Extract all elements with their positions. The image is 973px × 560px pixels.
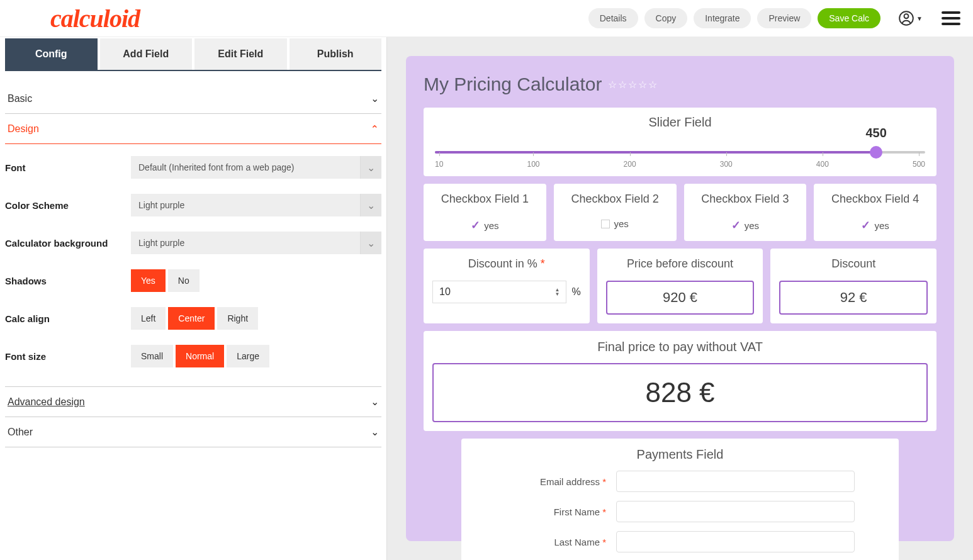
checkbox-card-2: Checkbox Field 2 yes: [554, 184, 677, 241]
color-scheme-select[interactable]: Light purple ⌄: [131, 194, 381, 216]
config-panel: Config Add Field Edit Field Publish Basi…: [0, 37, 386, 560]
accordion-basic-label: Basic: [8, 93, 32, 104]
chevron-up-icon: ⌄: [371, 123, 379, 135]
checkbox-card-4: Checkbox Field 4 ✓yes: [814, 184, 936, 241]
slider-tick: 100: [527, 160, 539, 169]
integrate-button[interactable]: Integrate: [694, 8, 751, 28]
checkbox-label: yes: [745, 220, 759, 231]
font-size-label: Font size: [5, 351, 131, 362]
star-icon: ☆: [618, 79, 627, 91]
menu-icon[interactable]: [942, 11, 960, 25]
shadows-yes-button[interactable]: Yes: [131, 269, 166, 292]
final-price-card: Final price to pay without VAT 828 €: [424, 331, 936, 431]
slider-tick: 200: [624, 160, 636, 169]
discount-label: Discount in % *: [432, 257, 581, 271]
app-header: calculoid Details Copy Integrate Preview…: [0, 0, 973, 36]
checkbox-label: yes: [614, 218, 628, 229]
color-scheme-value: Light purple: [131, 194, 360, 216]
header-buttons: Details Copy Integrate Preview Save Calc…: [588, 8, 960, 28]
font-label: Font: [5, 162, 131, 173]
accordion-design[interactable]: Design ⌄: [5, 114, 381, 144]
save-calc-button[interactable]: Save Calc: [818, 8, 880, 28]
chevron-down-icon: ⌄: [360, 156, 381, 179]
align-right-button[interactable]: Right: [217, 307, 258, 330]
checkbox-title: Checkbox Field 1: [429, 193, 541, 206]
tab-add-field[interactable]: Add Field: [100, 38, 193, 70]
align-left-button[interactable]: Left: [131, 307, 166, 330]
firstname-label: First Name *: [505, 507, 606, 517]
calc-bg-value: Light purple: [131, 232, 360, 254]
checkbox-1[interactable]: ✓yes: [429, 218, 541, 232]
discount-val-label: Discount: [779, 257, 928, 271]
checkbox-card-3: Checkbox Field 3 ✓yes: [684, 184, 807, 241]
fontsize-normal-button[interactable]: Normal: [176, 345, 224, 367]
checkbox-title: Checkbox Field 3: [689, 193, 802, 206]
star-icon: ☆: [638, 79, 647, 91]
brand-logo: calculoid: [50, 4, 140, 33]
details-button[interactable]: Details: [588, 8, 638, 28]
fontsize-large-button[interactable]: Large: [227, 345, 269, 367]
discount-unit: %: [571, 286, 580, 298]
checkbox-3[interactable]: ✓yes: [689, 218, 802, 232]
tab-publish[interactable]: Publish: [290, 38, 382, 70]
accordion-other[interactable]: Other ⌄: [5, 417, 381, 447]
chevron-down-icon: ⌄: [371, 426, 379, 438]
tab-edit-field[interactable]: Edit Field: [194, 38, 287, 70]
editor-tabs: Config Add Field Edit Field Publish: [5, 38, 381, 71]
price-before-value: 920 €: [606, 281, 755, 315]
discount-value: 10: [439, 286, 451, 298]
slider-card: Slider Field 450 10 100 200 300 400 500: [424, 108, 936, 176]
accordion-advanced[interactable]: Advanced design ⌄: [5, 387, 381, 417]
calc-bg-label: Calculator background: [5, 238, 131, 249]
final-value: 828 €: [432, 363, 928, 422]
checkbox-label: yes: [484, 220, 498, 231]
font-select[interactable]: Default (Inherited font from a web page)…: [131, 156, 381, 179]
payments-title: Payments Field: [505, 447, 855, 462]
align-center-button[interactable]: Center: [168, 307, 215, 330]
final-label: Final price to pay without VAT: [432, 340, 928, 354]
chevron-down-icon: ⌄: [360, 232, 381, 254]
spinner-buttons[interactable]: ▲▼: [555, 288, 560, 296]
discount-input[interactable]: 10 ▲▼: [432, 281, 566, 303]
slider-thumb[interactable]: [870, 146, 882, 159]
checkbox-label: yes: [874, 220, 889, 231]
check-icon: ✓: [731, 218, 741, 232]
shadows-no-button[interactable]: No: [168, 269, 200, 292]
slider-tick: 500: [913, 160, 925, 169]
chevron-down-icon: ⌄: [360, 194, 381, 216]
slider-value: 450: [865, 126, 886, 140]
slider-tick: 10: [435, 160, 443, 169]
tab-config[interactable]: Config: [5, 38, 98, 70]
rating-stars[interactable]: ☆☆☆☆☆: [608, 79, 657, 91]
fontsize-small-button[interactable]: Small: [131, 345, 173, 367]
accordion-advanced-label: Advanced design: [8, 396, 85, 408]
checkbox-empty-icon: [601, 220, 610, 228]
price-before-card: Price before discount 920 €: [597, 249, 763, 323]
preview-button[interactable]: Preview: [757, 8, 811, 28]
checkbox-4[interactable]: ✓yes: [819, 218, 931, 232]
caret-down-icon: ▼: [916, 15, 923, 22]
font-select-value: Default (Inherited font from a web page): [131, 156, 360, 179]
email-field[interactable]: [616, 471, 855, 492]
calc-align-label: Calc align: [5, 313, 131, 324]
slider-tick: 400: [816, 160, 829, 169]
calc-bg-select[interactable]: Light purple ⌄: [131, 232, 381, 254]
lastname-field[interactable]: [616, 531, 855, 552]
checkbox-title: Checkbox Field 2: [559, 193, 672, 206]
avatar-icon: [898, 10, 914, 26]
slider-control[interactable]: 450 10 100 200 300 400 500: [435, 145, 925, 169]
preview-pane: My Pricing Calculator ☆☆☆☆☆ Slider Field…: [386, 37, 973, 560]
accordion-other-label: Other: [8, 427, 33, 438]
firstname-field[interactable]: [616, 501, 855, 522]
copy-button[interactable]: Copy: [644, 8, 688, 28]
color-scheme-label: Color Scheme: [5, 200, 131, 211]
discount-val-value: 92 €: [779, 281, 928, 315]
star-icon: ☆: [608, 79, 617, 91]
accordion-basic[interactable]: Basic ⌄: [5, 84, 381, 113]
payments-card: Payments Field Email address * First Nam…: [461, 439, 899, 560]
checkbox-card-1: Checkbox Field 1 ✓yes: [424, 184, 546, 241]
chevron-down-icon: ⌄: [371, 396, 379, 408]
email-label: Email address *: [505, 476, 606, 487]
user-menu[interactable]: ▼: [898, 10, 923, 26]
checkbox-2[interactable]: yes: [559, 218, 672, 229]
